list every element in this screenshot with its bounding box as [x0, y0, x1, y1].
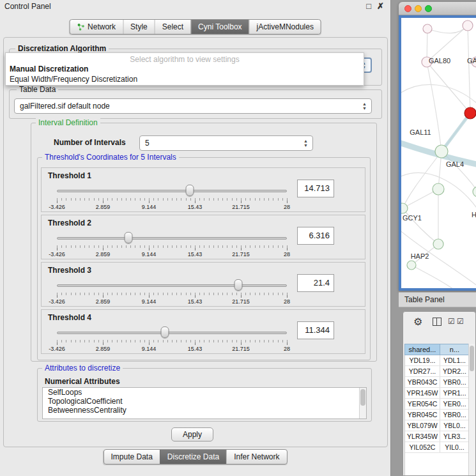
list-vertical-scrollbar[interactable] — [359, 388, 366, 418]
scale-tick-label: 9.144 — [142, 204, 157, 210]
scale-tick-label: 28 — [284, 251, 290, 257]
list-item[interactable]: TopologicalCoefficient — [43, 397, 366, 406]
list-item[interactable]: SelfLoops — [43, 388, 366, 397]
gear-icon[interactable]: ⚙ — [413, 316, 422, 328]
table-cell: YBR0... — [440, 377, 469, 387]
scale-tick-label: 21.715 — [232, 204, 250, 210]
tab-label: Discretize Data — [167, 452, 219, 461]
scale-tick-label: 9.144 — [142, 251, 157, 257]
scale-tick-label: 15.43 — [188, 251, 203, 257]
tab-style[interactable]: Style — [123, 20, 155, 34]
dropdown-option-manual[interactable]: Manual Discretization — [6, 64, 364, 74]
threshold-value-field[interactable]: 6.316 — [297, 227, 334, 245]
network-node[interactable] — [433, 183, 444, 195]
slider-minor-ticks — [57, 245, 288, 248]
table-row[interactable]: YBR045C YBR0... — [405, 410, 469, 420]
node-label[interactable]: H — [472, 211, 476, 219]
discretization-algorithm-label: Discretization Algorithm — [15, 44, 109, 53]
node-label[interactable]: GAL4 — [446, 160, 464, 168]
table-panel-header: Table Panel — [399, 292, 476, 307]
scale-tick-label: -3.426 — [49, 298, 65, 305]
slider-track[interactable] — [57, 190, 287, 192]
algorithm-dropdown-popup: Select algorithm to view settings Manual… — [5, 52, 364, 86]
table-data-combobox[interactable]: galFiltered.sif default node — [14, 98, 372, 114]
table-row[interactable]: YER054C YER0... — [405, 399, 469, 410]
list-item[interactable]: BetweennessCentrality — [43, 406, 366, 415]
float-window-icon[interactable]: □ — [366, 1, 371, 11]
slider-thumb[interactable] — [234, 279, 243, 291]
columns-icon[interactable] — [433, 318, 441, 326]
tab-select[interactable]: Select — [155, 20, 190, 34]
network-window-titlebar — [399, 2, 476, 15]
table-cell: YLR345W — [405, 431, 440, 441]
network-node[interactable] — [433, 239, 443, 249]
threshold-value-field[interactable]: 21.4 — [297, 274, 334, 292]
network-node[interactable] — [401, 203, 408, 213]
table-row[interactable]: YLR345W YLR3... — [405, 431, 469, 442]
scrollbar-thumb[interactable] — [360, 389, 365, 406]
slider-thumb[interactable] — [185, 185, 194, 196]
slider-track[interactable] — [57, 284, 287, 287]
table-row[interactable]: YBL079W YBL0... — [405, 420, 469, 431]
select-all-checkbox-icon[interactable]: ☑ — [448, 317, 455, 326]
node-label[interactable]: GA — [467, 57, 476, 65]
slider-minor-ticks — [57, 198, 288, 201]
tab-label: jActiveMNodules — [257, 22, 314, 31]
table-cell: YBR045C — [405, 410, 440, 420]
control-panel-titlebar: Control Panel □ ✗ — [0, 0, 390, 13]
slider-thumb[interactable] — [161, 326, 169, 338]
node-label[interactable]: HAP2 — [411, 252, 429, 260]
tab-jactivemnodules[interactable]: jActiveMNodules — [249, 20, 321, 34]
network-node[interactable] — [423, 24, 432, 33]
number-of-intervals-value: 5 — [145, 139, 150, 148]
close-traffic-light-icon[interactable] — [404, 5, 411, 12]
table-row[interactable]: YDL19... YDL1... — [405, 355, 469, 366]
dropdown-option-equal-width[interactable]: Equal Width/Frequency Discretization — [6, 74, 364, 84]
node-label[interactable]: GCY1 — [403, 214, 422, 222]
dropdown-placeholder: Select algorithm to view settings — [6, 53, 364, 64]
slider-track[interactable] — [57, 332, 287, 334]
tab-impute-data[interactable]: Impute Data — [104, 450, 159, 464]
number-of-intervals-combobox[interactable]: 5 — [139, 135, 313, 151]
slider-track[interactable] — [57, 237, 287, 240]
tab-discretize-data[interactable]: Discretize Data — [160, 450, 226, 464]
threshold-slider[interactable] — [57, 326, 287, 339]
zoom-traffic-light-icon[interactable] — [425, 5, 432, 12]
threshold-panel-2: Threshold 2 -3.426 2.859 9.144 15.43 21.… — [41, 215, 365, 259]
table-row[interactable]: YBR043C YBR0... — [405, 377, 469, 388]
network-node[interactable] — [473, 187, 476, 197]
network-canvas[interactable]: GAL80 GA GAL11 GAL4 GCY1 H HAP2 — [399, 15, 476, 291]
select-rows-checkbox-icon[interactable]: ☑ — [457, 317, 464, 326]
column-header-shared-name[interactable]: shared... — [404, 344, 440, 355]
table-row[interactable]: YDR27... YDR2... — [405, 366, 469, 377]
apply-button[interactable]: Apply — [171, 427, 213, 441]
threshold-value-field[interactable]: 11.344 — [297, 321, 334, 339]
table-row[interactable]: YIL052C YIL0... — [405, 442, 469, 453]
node-label[interactable]: GAL11 — [410, 128, 431, 136]
scale-tick-label: 28 — [284, 298, 290, 305]
slider-thumb[interactable] — [124, 232, 132, 243]
close-window-icon[interactable]: ✗ — [377, 1, 384, 11]
threshold-slider[interactable] — [57, 232, 287, 245]
table-panel-title: Table Panel — [404, 295, 445, 304]
tab-infer-network[interactable]: Infer Network — [226, 450, 286, 464]
minimize-traffic-light-icon[interactable] — [415, 5, 422, 12]
network-node[interactable] — [407, 261, 416, 270]
numerical-attributes-list[interactable]: SelfLoops TopologicalCoefficient Between… — [42, 387, 367, 419]
tab-network[interactable]: Network — [70, 20, 123, 34]
scrollbar-thumb[interactable] — [470, 346, 474, 371]
threshold-panel-1: Threshold 1 -3.426 2.859 9.144 15.43 21.… — [41, 167, 365, 212]
window-title: Control Panel — [4, 2, 51, 11]
column-header-name[interactable]: n... — [440, 344, 470, 355]
scale-tick-label: 15.43 — [188, 346, 203, 352]
table-vertical-scrollbar[interactable] — [468, 344, 475, 475]
node-label[interactable]: GAL80 — [429, 57, 450, 65]
threshold-slider[interactable] — [57, 185, 287, 197]
table-row[interactable]: YPR145W YPR1... — [405, 388, 469, 399]
network-node-selected[interactable] — [464, 107, 476, 119]
network-node[interactable] — [463, 20, 473, 31]
tab-cyni-toolbox[interactable]: Cyni Toolbox — [190, 20, 249, 34]
threshold-slider[interactable] — [57, 279, 287, 292]
network-node[interactable] — [435, 145, 448, 158]
threshold-value-field[interactable]: 14.713 — [297, 180, 334, 197]
